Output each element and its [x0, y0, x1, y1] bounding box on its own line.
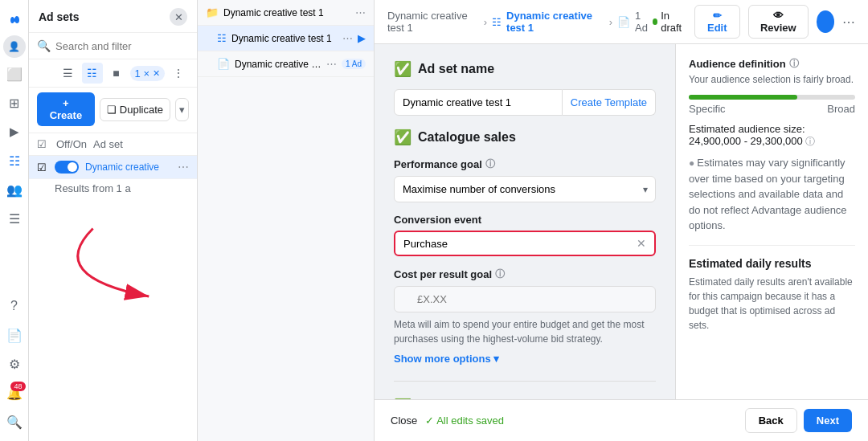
broad-label: Broad [827, 103, 855, 115]
create-row: + Create ❏ Duplicate ▾ [29, 88, 197, 133]
cost-input[interactable] [394, 286, 656, 312]
create-btn[interactable]: + Create [37, 92, 95, 126]
more-options-btn[interactable]: ⋯ [842, 14, 855, 30]
adset-name-title: Ad set name [418, 62, 494, 76]
lines-icon[interactable]: ☰ [2, 206, 27, 231]
ad-doc-icon: 📄 [217, 58, 230, 70]
status-dot [653, 18, 657, 25]
adset-toggle[interactable] [55, 161, 79, 174]
specific-label: Specific [689, 103, 726, 115]
catalogue-check-icon: ✅ [394, 129, 411, 146]
review-btn[interactable]: 👁 Review [748, 5, 809, 39]
filter-tag-clear[interactable]: ✕ [153, 68, 160, 79]
audience-bar: Specific Broad [689, 95, 855, 115]
performance-goal-select-wrapper: Maximise number of conversions ▾ [394, 176, 656, 202]
duplicate-dropdown-btn[interactable]: ▾ [175, 98, 189, 121]
notification-bell-icon[interactable]: 🔔 48 [2, 380, 27, 406]
adset-grid-icon: ☷ [217, 32, 227, 44]
table-header: ☑ Off/On Ad set [29, 133, 197, 156]
conversion-event-clear-btn[interactable]: ✕ [637, 237, 646, 250]
cost-label-row: Cost per result goal ⓘ [394, 267, 656, 281]
saved-label: ✓ All edits saved [425, 414, 504, 427]
adtree-adset-more[interactable]: ⋯ [342, 32, 353, 44]
th-offon: Off/On [56, 138, 87, 150]
adset-checkbox[interactable]: ☑ [37, 161, 50, 174]
status-label: In draft [661, 10, 686, 34]
breadcrumb-item-3[interactable]: 1 Ad [635, 10, 653, 34]
adtree-campaign-item[interactable]: 📁 Dynamic creative test 1 ⋯ [198, 0, 374, 26]
notification-badge: 48 [10, 382, 25, 391]
adsets-panel: Ad sets ✕ 🔍 ☰ ☷ ■ 1 × ✕ ⋮ + Create ❏ Dup… [29, 0, 198, 441]
create-template-btn[interactable]: Create Template [563, 89, 656, 116]
help-circle-icon[interactable]: ? [2, 293, 27, 319]
adset-name-header: ✅ Ad set name [394, 60, 656, 78]
cost-info-icon: ⓘ [495, 267, 505, 281]
adtree-campaign-more[interactable]: ⋯ [355, 6, 366, 18]
adsets-header: Ad sets ✕ [29, 0, 197, 33]
filter-tag-label: 1 × [135, 67, 149, 80]
breadcrumb-item-2[interactable]: Dynamic creative test 1 [506, 10, 604, 34]
gear-icon[interactable]: ⚙ [2, 351, 27, 377]
estimate-icon: ● [689, 157, 694, 169]
adset-more-btn[interactable]: ⋯ [178, 161, 189, 174]
section-divider [394, 381, 656, 382]
grid-view-icon[interactable]: ⊞ [2, 90, 27, 116]
back-btn[interactable]: Back [745, 408, 797, 433]
th-adset: Ad set [93, 138, 189, 150]
hint-text: Meta will aim to spend your entire budge… [394, 317, 656, 346]
adtree-ad-item[interactable]: 📄 Dynamic creative test 1 ⋯ 1 Ad [198, 51, 374, 77]
saved-status: ✓ All edits saved [425, 414, 504, 427]
bottom-left: Close ✓ All edits saved [391, 414, 504, 427]
audience-bar-fill [689, 95, 797, 100]
adtree-ad-more[interactable]: ⋯ [326, 58, 337, 70]
breadcrumb-sep-1: › [484, 16, 487, 28]
cursor-icon[interactable]: ▶ [2, 119, 27, 145]
search-input[interactable] [55, 40, 190, 52]
adtree-adset-label: Dynamic creative test 1 [231, 33, 338, 44]
adsets-close-btn[interactable]: ✕ [170, 8, 187, 26]
duplicate-btn[interactable]: ❏ Duplicate [100, 98, 170, 121]
form-panel: ✅ Ad set name Create Template ✅ Catalogu… [375, 44, 675, 399]
adtree-ad-badge: 1 Ad [342, 59, 366, 69]
adtree-adset-preview-icon: ▶ [358, 32, 366, 44]
search-bar: 🔍 [29, 33, 197, 59]
breadcrumb-item-1[interactable]: Dynamic creative test 1 [387, 10, 479, 34]
catalogue-sales-header: ✅ Catalogue sales [394, 129, 656, 146]
search-icon[interactable]: 🔍 [2, 409, 27, 435]
meta-logo-icon [2, 6, 27, 32]
performance-goal-info-icon: ⓘ [485, 157, 495, 171]
conversion-event-label: Conversion event [394, 214, 656, 226]
adset-name-input[interactable] [394, 89, 563, 116]
cost-input-wrapper [394, 286, 656, 312]
chart-view-btn[interactable]: ■ [106, 63, 127, 84]
adset-row[interactable]: ☑ Dynamic creative ⋯ [29, 156, 197, 179]
audience-note: ● Estimates may vary significantly over … [689, 155, 855, 234]
audience-subtitle: Your audience selection is fairly broad. [689, 74, 855, 85]
people-group-icon[interactable]: 👥 [2, 177, 27, 202]
filter-tag: 1 × ✕ [130, 66, 165, 81]
topbar-right: In draft ✏ Edit 👁 Review ⋯ [653, 5, 855, 39]
adset-breadcrumb-icon: ☷ [492, 16, 502, 28]
audience-size: Estimated audience size: 24,900,000 - 29… [689, 123, 855, 149]
close-btn[interactable]: Close [391, 414, 417, 427]
user-avatar[interactable] [817, 10, 834, 33]
edit-columns-btn[interactable]: ⋮ [168, 63, 189, 84]
user-avatar-icon[interactable]: 👤 [3, 35, 26, 58]
square-icon[interactable]: ⬜ [2, 61, 27, 87]
audience-labels: Specific Broad [689, 103, 855, 115]
main-area: Dynamic creative test 1 › ☷ Dynamic crea… [375, 0, 868, 441]
edit-btn[interactable]: ✏ Edit [694, 5, 740, 39]
left-sidebar: 👤 ⬜ ⊞ ▶ ☷ 👥 ☰ ? 📄 ⚙ 🔔 48 🔍 [0, 0, 29, 441]
table-view-btn[interactable]: ☰ [58, 63, 79, 84]
document-icon[interactable]: 📄 [2, 322, 27, 348]
conversion-event-input-row: ✕ [394, 231, 656, 256]
performance-goal-select[interactable]: Maximise number of conversions [394, 176, 656, 202]
draft-status: In draft [653, 10, 686, 34]
adtree-adset-item[interactable]: ☷ Dynamic creative test 1 ⋯ ▶ [198, 26, 374, 51]
performance-goal-label-row: Performance goal ⓘ [394, 157, 656, 171]
show-more-btn[interactable]: Show more options ▾ [394, 353, 499, 365]
conversion-event-input[interactable] [403, 238, 637, 250]
next-btn[interactable]: Next [804, 409, 852, 432]
chart-bar-icon[interactable]: ☷ [2, 148, 27, 174]
grid-view-btn[interactable]: ☷ [82, 63, 103, 84]
